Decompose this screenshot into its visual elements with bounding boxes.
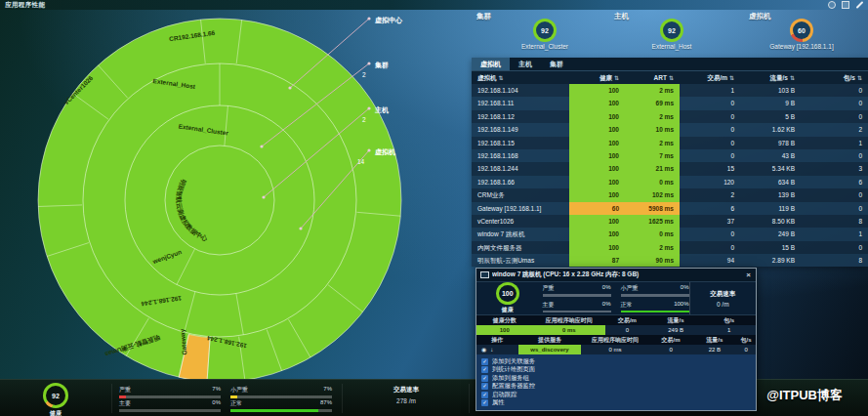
table-row[interactable]: Gateway [192.168.1.1]605908 ms6119 B0 — [472, 202, 868, 215]
popup-titlebar[interactable]: window 7 跳板机 (CPU: 16 x 2.28 GHz 内存: 8 G… — [476, 269, 756, 282]
maximize-icon[interactable] — [842, 1, 849, 9]
divider — [342, 384, 343, 413]
menu-item[interactable]: ✓属性 — [481, 399, 756, 408]
service-name[interactable]: ws_discovery — [518, 345, 582, 354]
popup-health-ring: 100 — [496, 282, 519, 305]
overall-bar-小严重: 小严重7% — [230, 386, 332, 398]
sort-icon[interactable]: ⇅ — [790, 75, 795, 81]
popup-service-header: 操作提供服务应用程序响应时间交易/m流量/s包/s — [476, 335, 756, 345]
menu-item[interactable]: ✓添加到关联服务 — [481, 357, 756, 366]
overall-health-ring: 92 — [43, 383, 68, 408]
cell-虚拟机: 192.168.1.168 — [472, 149, 569, 162]
cell-虚拟机: 内网文件服务器 — [472, 241, 569, 254]
table-row[interactable]: 内网文件服务器1002 ms015 B0 — [472, 241, 868, 254]
table-row[interactable]: CRM业务100102 ms2139 B0 — [472, 188, 868, 201]
checkbox-icon: ✓ — [481, 366, 488, 373]
sunburst-topology-chart[interactable]: CR192.168.1.66vCenter1026External_HostEx… — [0, 10, 459, 410]
settings-icon[interactable] — [828, 1, 836, 9]
bar-fill — [230, 409, 318, 412]
health-ring-badge[interactable]: 92 — [533, 19, 557, 42]
group-entity-name: External_Cluster — [476, 43, 613, 50]
checkbox-icon: ✓ — [481, 358, 488, 365]
sort-icon[interactable]: ⇅ — [499, 75, 504, 81]
cell-流量/s: 139 B — [740, 188, 801, 201]
service-header: 操作 — [476, 335, 518, 345]
menu-item[interactable]: ✓启动跟踪 — [481, 391, 756, 399]
cell-ART: 2 ms — [625, 84, 680, 97]
close-icon[interactable]: × — [741, 270, 756, 279]
sort-icon[interactable]: ⇅ — [729, 75, 734, 81]
tab-虚拟机[interactable]: 虚拟机 — [472, 58, 510, 70]
table-row[interactable]: 192.168.1.14910010 ms01.62 KB2 — [472, 123, 868, 136]
download-icon[interactable]: ↓ — [490, 345, 493, 354]
menu-item[interactable]: ✓到统计绘图页面 — [481, 366, 756, 375]
severity-bar-主要: 主要0% — [543, 301, 611, 313]
column-header-3[interactable]: 交易/m⇅ — [680, 71, 740, 84]
tab-集群[interactable]: 集群 — [541, 58, 572, 70]
stats-header: 流量/s — [649, 315, 703, 325]
column-label: ART — [654, 74, 667, 81]
tab-主机[interactable]: 主机 — [510, 58, 541, 70]
table-row[interactable]: 192.168.1.24410021 ms155.34 KB3 — [472, 162, 868, 175]
sort-icon[interactable]: ⇅ — [614, 75, 619, 81]
cell-健康: 100 — [569, 123, 625, 136]
cell-ART: 7 ms — [625, 149, 680, 162]
cell-虚拟机: 192.168.1.244 — [472, 162, 569, 175]
stats-value: 249 B — [649, 325, 703, 335]
service-header: 提供服务 — [518, 335, 582, 345]
service-value: 22 B — [692, 345, 736, 354]
operation-icons: ◉↓ — [476, 345, 518, 354]
health-ring-badge[interactable]: 60 — [790, 19, 813, 42]
table-row[interactable]: vCenter10261001625 ms378.50 KB8 — [472, 215, 868, 228]
group-entity-name: External_Host — [603, 43, 740, 50]
column-header-1[interactable]: 健康⇅ — [569, 71, 625, 84]
table-row[interactable]: 192.168.1.1041002 ms1103 B0 — [472, 84, 868, 97]
cell-健康: 87 — [569, 254, 625, 267]
menu-item[interactable]: ✓配置服务器监控 — [481, 383, 756, 392]
cell-ART: 0 ms — [625, 176, 680, 188]
stats-value: 100 — [476, 325, 533, 335]
cell-流量/s: 249 B — [740, 228, 801, 240]
menu-item[interactable]: ✓添加到服务组 — [481, 374, 756, 383]
window-title: 应用程序性能 — [0, 1, 45, 10]
column-header-4[interactable]: 流量/s⇅ — [740, 71, 801, 84]
cell-交易/m: 1 — [680, 84, 740, 97]
monitor-icon — [480, 271, 489, 278]
overall-rate-value: 278 /m — [344, 397, 469, 404]
cell-ART: 1625 ms — [625, 215, 680, 228]
table-row[interactable]: 192.168.1.1681007 ms043 B0 — [472, 149, 868, 162]
cell-包/s: 0 — [801, 110, 868, 123]
callout-dot — [299, 227, 302, 229]
bar-percent: 0% — [602, 301, 611, 310]
cell-包/s: 2 — [801, 123, 868, 136]
column-header-0[interactable]: 虚拟机⇅ — [472, 71, 569, 84]
overall-transaction-rate: 交易速率 278 /m — [344, 386, 469, 404]
service-value: 0 — [736, 345, 756, 354]
sort-icon[interactable]: ⇅ — [669, 75, 674, 81]
column-header-5[interactable]: 包/s⇅ — [801, 71, 868, 84]
checkbox-icon: ✓ — [481, 383, 488, 390]
table-row[interactable]: 192.168.1.661000 ms120634 B6 — [472, 176, 868, 188]
cell-流量/s: 9 B — [740, 97, 801, 109]
table-header: 虚拟机⇅健康⇅ART⇅交易/m⇅流量/s⇅包/s⇅ — [472, 71, 868, 84]
snapshot-icon[interactable]: ◉ — [481, 345, 486, 354]
cell-包/s: 6 — [801, 176, 868, 188]
severity-bar-严重: 严重0% — [543, 284, 611, 297]
cell-包/s: 1 — [801, 137, 868, 149]
table-row[interactable]: window 7 跳板机1000 ms0249 B1 — [472, 228, 868, 240]
health-ring-badge[interactable]: 92 — [660, 19, 683, 42]
cell-ART: 2 ms — [625, 241, 680, 254]
table-row[interactable]: 192.168.1.1110069 ms09 B0 — [472, 97, 868, 109]
edit-pencil-icon[interactable] — [856, 1, 864, 9]
table-row[interactable]: 明辰智航-云测Umas8790 ms942.89 KB8 — [472, 254, 868, 267]
column-header-2[interactable]: ART⇅ — [625, 71, 680, 84]
sort-icon[interactable]: ⇅ — [857, 75, 862, 81]
callout-label: 集群 — [374, 62, 389, 69]
cell-流量/s: 103 B — [740, 84, 801, 97]
table-row[interactable]: 192.168.1.121002 ms05 B0 — [472, 110, 868, 123]
table-row[interactable]: 192.168.1.151002 ms0978 B1 — [472, 137, 868, 149]
stats-header: 包/s — [702, 315, 756, 325]
cell-包/s: 0 — [801, 241, 868, 254]
bar-percent: 0% — [212, 399, 221, 408]
stats-header: 健康分数 — [476, 315, 533, 325]
